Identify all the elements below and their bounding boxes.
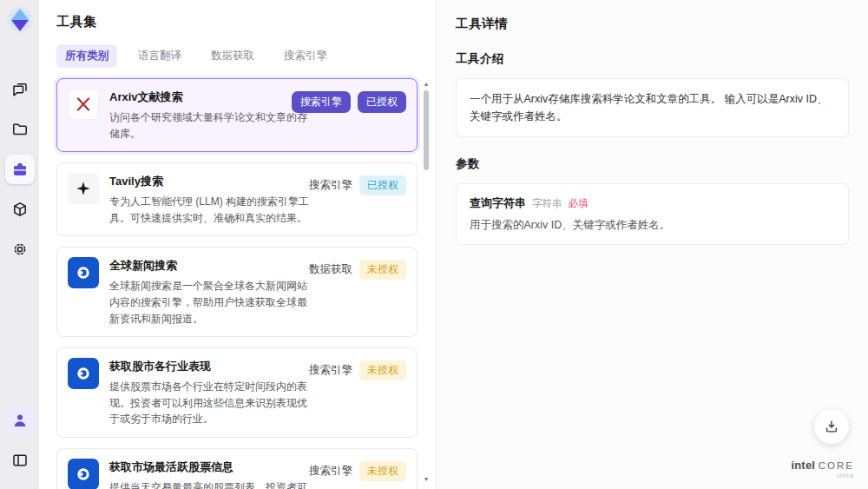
page-title: 工具集 — [56, 14, 436, 30]
tool-description: 专为人工智能代理 (LLM) 构建的搜索引擎工具。可快速提供实时、准确和真实的结… — [109, 194, 316, 226]
tool-detail-panel: 工具详情 工具介绍 一个用于从Arxiv存储库搜索科学论文和文章的工具。 输入可… — [436, 0, 868, 489]
category-tabs: 所有类别 语言翻译 数据获取 搜索引擎 — [56, 44, 436, 68]
param-box: 查询字符串 字符串 必填 用于搜索的Arxiv ID、关键字或作者姓名。 — [456, 183, 849, 245]
brand-intel-text: intel — [791, 459, 815, 472]
brand-core-text: CORE — [819, 460, 854, 471]
tool-name: Tavily搜索 — [109, 174, 299, 189]
status-badge: 已授权 — [358, 91, 406, 113]
scrollbar-thumb[interactable] — [424, 90, 429, 170]
brand-sub-text: Ultra — [791, 472, 854, 479]
intro-heading: 工具介绍 — [456, 51, 849, 67]
param-type: 字符串 — [532, 197, 562, 210]
tab-all-categories[interactable]: 所有类别 — [56, 44, 117, 68]
download-button[interactable] — [814, 409, 849, 444]
tool-description: 全球新闻搜索是一个聚合全球各大新闻网站内容的搜索引擎，帮助用户快速获取全球最新资… — [109, 278, 316, 327]
scroll-up-arrow[interactable]: ▲ — [422, 80, 431, 89]
tool-name: Arxiv文献搜索 — [109, 89, 281, 105]
news-globe-icon — [68, 459, 99, 489]
chat-icon[interactable] — [5, 75, 35, 104]
category-label: 搜索引擎 — [309, 360, 352, 380]
tool-list-panel: 工具集 所有类别 语言翻译 数据获取 搜索引擎 Arxiv文献搜索 访问各个研究… — [39, 0, 436, 489]
detail-title: 工具详情 — [456, 16, 849, 32]
param-required-label: 必填 — [569, 197, 589, 210]
app-logo-icon[interactable] — [7, 7, 33, 33]
status-badge: 未授权 — [359, 260, 406, 280]
tool-card-global-news[interactable]: 全球新闻搜索 全球新闻搜索是一个聚合全球各大新闻网站内容的搜索引擎，帮助用户快速… — [56, 247, 418, 337]
icon-rail — [0, 0, 39, 489]
tool-card-arxiv[interactable]: Arxiv文献搜索 访问各个研究领域大量科学论文和文章的存储库。 搜索引擎 已授… — [56, 78, 418, 152]
gear-icon[interactable] — [5, 235, 35, 264]
list-scrollbar[interactable]: ▲ ▼ — [422, 80, 431, 484]
category-label: 搜索引擎 — [309, 175, 352, 195]
tool-card-tavily[interactable]: Tavily搜索 专为人工智能代理 (LLM) 构建的搜索引擎工具。可快速提供实… — [56, 162, 418, 236]
status-badge: 未授权 — [359, 461, 406, 481]
app-window: 工具集 所有类别 语言翻译 数据获取 搜索引擎 Arxiv文献搜索 访问各个研究… — [0, 0, 868, 489]
tool-card-sector-performance[interactable]: 获取股市各行业表现 提供股票市场各个行业在特定时间段内的表现。投资者可以利用这些… — [56, 347, 418, 438]
arxiv-logo-icon — [68, 89, 99, 120]
param-description: 用于搜索的Arxiv ID、关键字或作者姓名。 — [470, 218, 835, 233]
intel-core-logo: intel CORE Ultra — [791, 459, 854, 479]
param-name: 查询字符串 — [470, 195, 526, 211]
news-globe-icon — [68, 358, 99, 389]
folder-icon[interactable] — [5, 115, 35, 144]
params-heading: 参数 — [456, 156, 849, 172]
scroll-down-arrow[interactable]: ▼ — [422, 475, 431, 484]
status-badge: 已授权 — [359, 175, 406, 195]
cube-icon[interactable] — [5, 195, 35, 224]
status-badge: 未授权 — [359, 360, 406, 380]
user-icon[interactable] — [5, 406, 35, 435]
tool-name: 获取股市各行业表现 — [109, 359, 299, 374]
category-badge: 搜索引擎 — [292, 91, 351, 113]
toolbox-icon[interactable] — [5, 155, 35, 184]
tool-description: 提供当天交易量最高的股票列表。投资者可以利用这些信息来识别流动性强的股票和潜在的… — [109, 479, 316, 489]
intro-box: 一个用于从Arxiv存储库搜索科学论文和文章的工具。 输入可以是Arxiv ID… — [456, 78, 849, 137]
tab-language-translation[interactable]: 语言翻译 — [129, 44, 190, 68]
tool-description: 访问各个研究领域大量科学论文和文章的存储库。 — [109, 109, 316, 142]
download-icon — [824, 419, 839, 434]
tool-name: 全球新闻搜索 — [109, 258, 299, 274]
tool-card-list: Arxiv文献搜索 访问各个研究领域大量科学论文和文章的存储库。 搜索引擎 已授… — [56, 78, 418, 489]
category-label: 搜索引擎 — [309, 461, 352, 481]
category-label: 数据获取 — [309, 260, 352, 280]
news-globe-icon — [68, 257, 99, 288]
tool-description: 提供股票市场各个行业在特定时间段内的表现。投资者可以利用这些信息来识别表现优于或… — [109, 379, 316, 427]
tavily-star-icon — [68, 173, 99, 204]
tab-data-fetch[interactable]: 数据获取 — [202, 44, 263, 68]
panel-toggle-icon[interactable] — [5, 446, 35, 475]
intro-text: 一个用于从Arxiv存储库搜索科学论文和文章的工具。 输入可以是Arxiv ID… — [470, 90, 835, 125]
tab-search-engine[interactable]: 搜索引擎 — [275, 44, 336, 68]
tool-name: 获取市场最活跃股票信息 — [109, 459, 299, 475]
tool-card-most-active-stocks[interactable]: 获取市场最活跃股票信息 提供当天交易量最高的股票列表。投资者可以利用这些信息来识… — [56, 448, 418, 489]
